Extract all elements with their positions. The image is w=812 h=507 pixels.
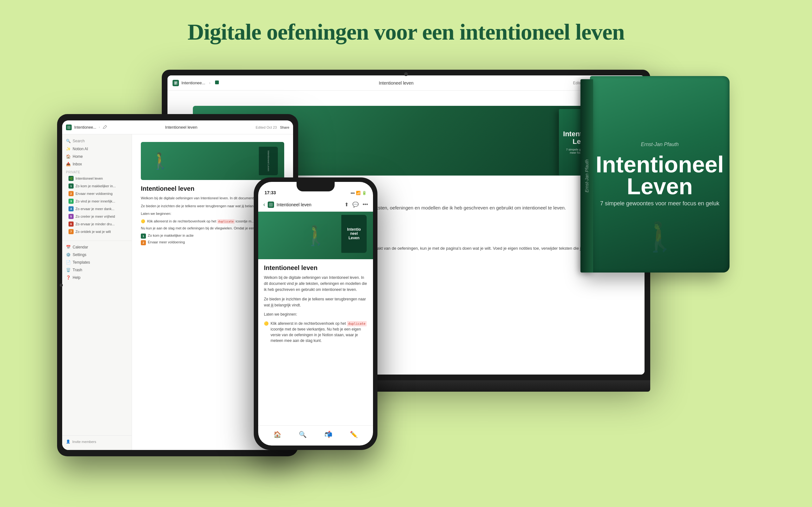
tablet-topbar: Intentionee... › Intentioneel leven Edit… [62, 120, 293, 134]
sidebar-page-label-2: Ervaar meer voldoening [75, 192, 113, 195]
phone-notch [297, 182, 335, 191]
tablet-duplicate-badge: duplicate [217, 219, 235, 224]
phone-content-h1: Intentioneel leven [264, 264, 367, 272]
laptop-camera [404, 72, 408, 76]
book-3d-cover: Ernst-Jan Pfauth Ernst-Jan Pfauth Intent… [590, 76, 729, 273]
sidebar-page-label-6: Zo ervaar je minder dru... [75, 222, 115, 226]
sidebar-page-label-7: Zo ontdek je wat je wilt [75, 230, 111, 233]
phone-content-p1: Welkom bij de digitale oefeningen van In… [264, 275, 367, 293]
tablet-breadcrumb-chevron: › [99, 125, 100, 129]
sidebar-page-3[interactable]: 3 Zo vind je meer innerlijk... [62, 198, 132, 205]
laptop-topbar: Intentionee... › Intentioneel leven Edit… [167, 75, 645, 91]
tablet-bullet-1-text: Klik allereerst in de rechterbovenhoek o… [147, 219, 254, 224]
phone-duplicate-badge: duplicate [347, 321, 367, 326]
tablet-cover-book: Intentioneel Leven [259, 147, 278, 175]
sidebar-page-icon-6: 6 [68, 222, 73, 227]
sidebar-page-1[interactable]: 1 Zo kom je makkelijker in... [62, 182, 132, 190]
tablet-share-button[interactable]: Share [280, 125, 289, 129]
sidebar-page-label-4: Zo ervaar je meer dank... [75, 207, 114, 211]
book-author: Ernst-Jan Pfauth [596, 142, 724, 147]
sidebar-page-label-1: Zo kom je makkelijker in... [75, 184, 116, 188]
tablet-edited-text: Edited Oct 23 [256, 125, 277, 129]
tablet-cover-figure: 🚶 [150, 152, 170, 170]
phone-back-button[interactable]: ‹ [263, 201, 265, 208]
invite-members-button[interactable]: 👤 Invite members [66, 438, 128, 445]
svg-rect-3 [269, 203, 273, 207]
phone-device: 17:33 ▪▪▪ 📶 🔋 ‹ Intentioneel leven [254, 177, 377, 450]
sidebar-home[interactable]: 🏠 Home [62, 153, 132, 160]
laptop-page-icon [172, 80, 179, 86]
tablet-topbar-center: Intentioneel leven [109, 125, 253, 130]
invite-icon: 👤 [66, 440, 70, 444]
sidebar-templates[interactable]: 📄 Templates [62, 259, 132, 266]
phone-content-p3: Laten we beginnen: [264, 312, 367, 318]
tablet-camera [60, 284, 63, 287]
sidebar-home-label: Home [72, 154, 83, 159]
sidebar-calendar-label: Calendar [72, 245, 88, 249]
sidebar-page-label-5: Zo creëer je meer vrijheid [75, 215, 115, 218]
sidebar-page-label-3: Zo vind je meer innerlijk... [75, 199, 115, 203]
phone-screen: 17:33 ▪▪▪ 📶 🔋 ‹ Intentioneel leven [258, 182, 373, 446]
svg-rect-2 [67, 126, 70, 129]
phone-share-icon[interactable]: ⬆ [345, 202, 349, 208]
phone-bullet-1: 🟡 Klik allereerst in de rechterbovenhoek… [264, 321, 367, 343]
book-main-subtitle: 7 simpele gewoontes voor meer focus en g… [596, 200, 724, 207]
sidebar-help[interactable]: ❓ Help [62, 274, 132, 281]
phone-tab-search[interactable]: 🔍 [299, 431, 307, 438]
tablet-num-badge-2: 2 [141, 240, 146, 245]
phone-book-title: IntentioneelLeven [347, 228, 361, 240]
help-icon: ❓ [66, 275, 71, 280]
phone-tab-inbox[interactable]: 📬 [324, 431, 333, 438]
sidebar-page-2[interactable]: 2 Ervaar meer voldoening [62, 190, 132, 198]
battery-icon: 🔋 [362, 191, 367, 195]
sidebar-bottom: 👤 Invite members [62, 435, 132, 447]
sidebar-page-4[interactable]: 4 Zo ervaar je meer dank... [62, 205, 132, 213]
book-3d: Ernst-Jan Pfauth Ernst-Jan Pfauth Intent… [590, 76, 755, 304]
sidebar-page-icon-1: 1 [68, 183, 73, 188]
devices-container: Intentionee... › Intentioneel leven Edit… [57, 51, 755, 501]
sidebar-page-icon-4: 4 [68, 206, 73, 211]
laptop-topbar-page-title: Intentioneel leven [379, 80, 414, 86]
sidebar-page-icon-3: 3 [68, 199, 73, 204]
sidebar-page-icon-5: 5 [68, 214, 73, 219]
sidebar-trash[interactable]: 🗑️ Trash [62, 266, 132, 274]
phone-page-icon [268, 202, 274, 208]
phone-tab-edit[interactable]: ✏️ [350, 431, 358, 438]
sidebar-page-intentioneel[interactable]: 🌿 Intentioneel leven [62, 175, 132, 182]
sidebar-page-5[interactable]: 5 Zo creëer je meer vrijheid [62, 213, 132, 220]
phone-tab-home[interactable]: 🏠 [273, 431, 281, 438]
tablet-bullet-emoji: 🟡 [141, 219, 145, 224]
phone-bullet-1-text: Klik allereerst in de rechterbovenhoek o… [270, 321, 367, 343]
sidebar-page-7[interactable]: 7 Zo ontdek je wat je wilt [62, 228, 132, 235]
sidebar-calendar[interactable]: 📅 Calendar [62, 243, 132, 251]
sidebar-search-item[interactable]: 🔍 Search [62, 137, 132, 145]
phone-time: 17:33 [264, 190, 276, 195]
sidebar-flex: 🔍 Search ✨ Notion AI 🏠 [62, 137, 132, 447]
search-icon: 🔍 [66, 139, 71, 143]
tablet-sidebar: 🔍 Search ✨ Notion AI 🏠 [62, 134, 132, 450]
signal-icon: ▪▪▪ [351, 191, 355, 195]
trash-icon: 🗑️ [66, 268, 71, 272]
phone-more-icon[interactable]: ••• [362, 202, 368, 208]
book-figure-large: 🚶 [642, 220, 677, 253]
phone-bottombar: 🏠 🔍 📬 ✏️ [258, 425, 373, 446]
laptop-topbar-center: Intentioneel leven [223, 80, 569, 86]
tablet-topbar-right: Edited Oct 23 Share [256, 125, 289, 129]
notion-ai-icon: ✨ [66, 147, 71, 151]
tablet-breadcrumb: Intentionee... [74, 125, 96, 130]
svg-rect-1 [215, 80, 219, 84]
sidebar-settings[interactable]: ⚙️ Settings [62, 251, 132, 259]
tablet-numbered-1-text: Zo kom je makkelijker in actie [148, 233, 194, 239]
tablet-numbered-2-text: Ervaar meer voldoening [148, 240, 185, 245]
sidebar-settings-label: Settings [72, 252, 86, 257]
sidebar-notion-ai[interactable]: ✨ Notion AI [62, 145, 132, 153]
sidebar-inbox[interactable]: 📥 Inbox [62, 160, 132, 168]
laptop-breadcrumb-sep: › [209, 80, 210, 85]
book-main-title: IntentioneelLeven [596, 154, 724, 197]
phone-topbar-icons: ⬆ 💬 ••• [345, 202, 368, 208]
sidebar-page-6[interactable]: 6 Zo ervaar je minder dru... [62, 220, 132, 228]
phone-comment-icon[interactable]: 💬 [352, 202, 359, 208]
tablet-edit-icon [102, 125, 107, 130]
laptop-topbar-left: Intentionee... › [172, 80, 219, 86]
tablet-num-badge-1: 1 [141, 233, 146, 239]
